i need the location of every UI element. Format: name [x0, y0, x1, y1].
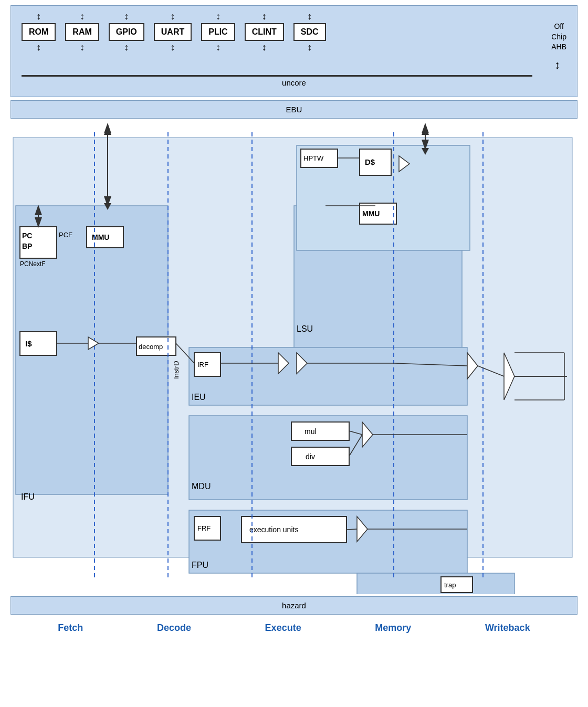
svg-text:div: div — [306, 452, 315, 461]
svg-text:FRF: FRF — [197, 524, 211, 532]
uart-block: ↕ UART ↕ — [154, 11, 192, 53]
svg-text:PC: PC — [22, 231, 32, 240]
bus-line — [22, 75, 532, 77]
pipeline-svg: IFU InstrD LSU IEU MDU FPU privileged PC — [10, 122, 578, 594]
sdc-label: SDC — [293, 23, 326, 41]
ebu-section: EBU — [10, 100, 578, 119]
main-container: ↕ ROM ↕ ↕ RAM ↕ ↕ GPIO ↕ ↕ — [10, 5, 578, 634]
svg-rect-6 — [189, 347, 467, 405]
stage-labels: Fetch Decode Execute Memory Writeback — [10, 615, 578, 634]
svg-marker-88 — [422, 127, 429, 135]
svg-text:mul: mul — [304, 427, 317, 436]
writeback-label: Writeback — [485, 622, 530, 634]
svg-rect-36 — [291, 447, 349, 466]
gpio-block: ↕ GPIO ↕ — [109, 11, 144, 53]
svg-text:IEU: IEU — [192, 393, 206, 402]
svg-text:PCF: PCF — [59, 231, 72, 239]
rom-block: ↕ ROM ↕ — [22, 11, 56, 53]
clint-label: CLINT — [245, 23, 284, 41]
uncore-section: ↕ ROM ↕ ↕ RAM ↕ ↕ GPIO ↕ ↕ — [10, 5, 578, 97]
off-chip-arrow: ↕ — [554, 58, 560, 72]
ram-label: RAM — [65, 23, 99, 41]
svg-text:BP: BP — [22, 242, 32, 250]
plic-block: ↕ PLIC ↕ — [201, 11, 235, 53]
svg-text:PCNextF: PCNextF — [20, 260, 46, 268]
sdc-block: ↕ SDC ↕ — [293, 11, 326, 53]
svg-line-74 — [346, 529, 357, 530]
pipeline-area: IFU InstrD LSU IEU MDU FPU privileged PC — [10, 122, 578, 594]
svg-text:LSU: LSU — [297, 324, 313, 333]
svg-rect-12 — [357, 573, 514, 594]
gpio-label: GPIO — [109, 23, 144, 41]
svg-rect-34 — [291, 422, 349, 440]
svg-text:MDU: MDU — [192, 482, 211, 491]
execute-label: Execute — [265, 622, 301, 634]
svg-text:execution units: execution units — [249, 525, 298, 534]
ebu-label: EBU — [286, 105, 302, 114]
off-chip-label: Off Chip AHB — [551, 22, 566, 52]
ram-block: ↕ RAM ↕ — [65, 11, 99, 53]
svg-text:InstrD: InstrD — [172, 361, 180, 379]
svg-text:HPTW: HPTW — [303, 154, 324, 162]
svg-text:IRF: IRF — [197, 361, 208, 368]
svg-text:I$: I$ — [25, 339, 32, 348]
svg-text:MMU: MMU — [362, 209, 380, 218]
svg-rect-30 — [360, 149, 391, 175]
svg-text:FPU: FPU — [192, 561, 208, 569]
fetch-label: Fetch — [58, 622, 83, 634]
svg-text:D$: D$ — [365, 157, 375, 166]
hazard-label: hazard — [282, 601, 306, 610]
svg-text:decomp: decomp — [139, 343, 163, 351]
svg-text:IFU: IFU — [21, 492, 35, 501]
svg-marker-85 — [104, 127, 111, 135]
uncore-label: uncore — [282, 78, 306, 87]
plic-label: PLIC — [201, 23, 235, 41]
uart-label: UART — [154, 23, 192, 41]
svg-text:trap: trap — [444, 581, 456, 589]
clint-block: ↕ CLINT ↕ — [245, 11, 284, 53]
hazard-bar: hazard — [10, 596, 578, 615]
memory-label: Memory — [375, 622, 411, 634]
rom-label: ROM — [22, 23, 56, 41]
decode-label: Decode — [157, 622, 191, 634]
